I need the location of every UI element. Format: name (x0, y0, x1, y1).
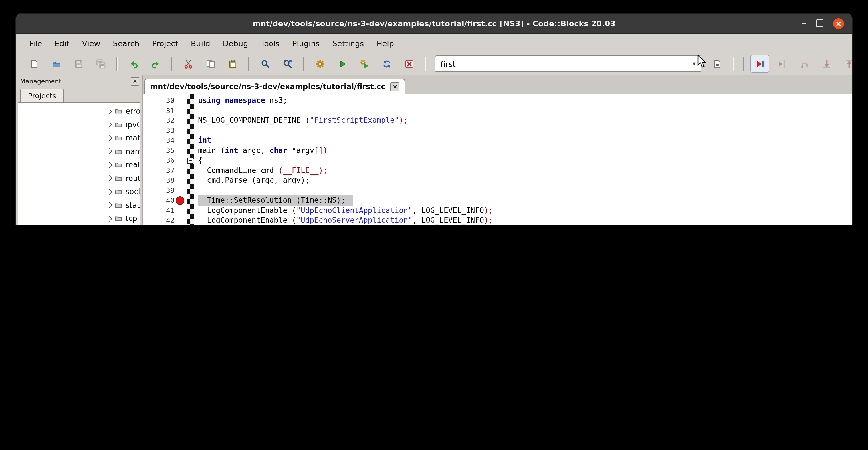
line-number: 41 (143, 205, 175, 215)
menu-tools[interactable]: Tools (254, 38, 286, 48)
code-line: NS_LOG_COMPONENT_DEFINE ("FirstScriptExa… (198, 115, 852, 125)
menu-debug[interactable]: Debug (217, 38, 254, 48)
maximize-icon (816, 19, 824, 27)
run-to-cursor-icon (778, 59, 787, 68)
fold-margin[interactable] (187, 94, 194, 225)
chevron-collapsed-icon[interactable] (106, 175, 113, 182)
chevron-collapsed-icon[interactable] (106, 135, 113, 141)
folder-icon (115, 175, 122, 182)
menu-file[interactable]: File (23, 38, 48, 48)
window-title: mnt/dev/tools/source/ns-3-dev/examples/t… (16, 14, 852, 33)
management-title: Management (20, 78, 61, 85)
save-all-button[interactable] (91, 55, 110, 72)
menu-help[interactable]: Help (370, 38, 400, 48)
tree-item-erro[interactable]: erro (18, 104, 140, 118)
management-close-button[interactable]: × (131, 77, 139, 85)
tree-item-nam[interactable]: nam (18, 145, 140, 158)
code-line: Time::SetResolution (Time::NS); (198, 195, 852, 205)
minimize-button[interactable]: – (802, 21, 806, 26)
save-button[interactable] (69, 55, 88, 72)
code-editor[interactable]: 3031323334353637383940414243444546474849… (143, 94, 852, 225)
line-number: 34 (143, 136, 175, 145)
chevron-collapsed-icon[interactable] (106, 148, 113, 155)
chevron-collapsed-icon[interactable] (106, 188, 113, 195)
folder-icon (115, 108, 122, 115)
replace-button[interactable] (278, 55, 297, 72)
run-to-cursor-button[interactable] (773, 55, 792, 72)
tree-item-stat[interactable]: stat (18, 199, 140, 212)
maximize-button[interactable] (816, 18, 824, 29)
code-line: int (198, 136, 852, 145)
toolbar-separator (733, 56, 734, 71)
compile-current-file-button[interactable] (708, 55, 726, 72)
find-button[interactable] (256, 55, 275, 72)
code-line (198, 185, 852, 195)
tree-item-sock[interactable]: sock (18, 185, 140, 199)
save-all-icon (96, 59, 105, 68)
copy-button[interactable] (201, 55, 220, 72)
tree-item-mat[interactable]: mat (18, 131, 140, 145)
folder-icon (115, 161, 122, 169)
rebuild-button[interactable] (377, 55, 396, 72)
menu-project[interactable]: Project (146, 38, 184, 48)
paste-button[interactable] (223, 55, 242, 72)
editor-tab-first-cc[interactable]: mnt/dev/tools/source/ns-3-dev/examples/t… (144, 79, 405, 94)
new-file-button[interactable] (25, 55, 43, 72)
menu-edit[interactable]: Edit (48, 38, 75, 48)
line-number-gutter: 3031323334353637383940414243444546474849… (143, 94, 176, 225)
mouse-cursor (698, 55, 710, 68)
next-line-icon (800, 59, 809, 68)
menu-build[interactable]: Build (185, 38, 217, 48)
tab-projects[interactable]: Projects (20, 89, 64, 102)
abort-icon (404, 59, 413, 68)
tree-item-ipv6[interactable]: ipv6 (18, 118, 140, 131)
breakpoint-margin[interactable] (176, 94, 187, 225)
menu-search[interactable]: Search (107, 38, 146, 48)
cut-button[interactable] (179, 55, 197, 72)
build-icon (315, 59, 324, 68)
chevron-collapsed-icon[interactable] (106, 108, 113, 115)
title-bar[interactable]: mnt/dev/tools/source/ns-3-dev/examples/t… (16, 14, 852, 34)
open-file-icon (52, 59, 61, 68)
tree-item-label: real (126, 161, 140, 169)
chevron-collapsed-icon[interactable] (106, 161, 113, 168)
find-icon (260, 59, 270, 68)
build-target-value: first (440, 59, 692, 68)
tree-item-real[interactable]: real (18, 158, 140, 172)
toolbar-separator (425, 56, 426, 71)
chevron-collapsed-icon[interactable] (106, 121, 113, 128)
menu-plugins[interactable]: Plugins (286, 38, 326, 48)
highlighted-line: Time::SetResolution (Time::NS); (198, 195, 353, 205)
chevron-collapsed-icon[interactable] (106, 215, 113, 222)
abort-build-button[interactable] (400, 55, 418, 72)
line-number: 37 (143, 165, 175, 175)
redo-button[interactable] (146, 55, 165, 72)
debug-continue-icon (755, 59, 765, 68)
menu-settings[interactable]: Settings (326, 38, 370, 48)
tree-item-label: mat (126, 134, 140, 143)
step-into-button[interactable] (817, 55, 836, 72)
menu-view[interactable]: View (76, 38, 107, 48)
close-button[interactable]: × (833, 18, 844, 29)
undo-button[interactable] (124, 55, 143, 72)
tree-item-label: stat (126, 201, 140, 210)
run-button[interactable] (333, 55, 351, 72)
editor-tab-bar: mnt/dev/tools/source/ns-3-dev/examples/t… (143, 76, 852, 94)
build-target-combo[interactable]: first▾ (435, 55, 701, 72)
open-file-button[interactable] (47, 55, 66, 72)
chevron-collapsed-icon[interactable] (106, 202, 113, 208)
tree-item-tcp[interactable]: tcp (18, 212, 140, 225)
next-line-button[interactable] (795, 55, 814, 72)
code-area[interactable]: using namespace ns3;NS_LOG_COMPONENT_DEF… (194, 94, 852, 225)
editor-tab-close-button[interactable]: × (391, 82, 400, 91)
folder-icon (115, 121, 122, 128)
line-number: 30 (143, 95, 175, 106)
toolbar-separator (116, 56, 118, 71)
step-out-button[interactable] (839, 55, 852, 72)
debug-continue-button[interactable] (750, 55, 769, 72)
build-and-run-button[interactable] (355, 55, 374, 72)
build-button[interactable] (310, 55, 329, 72)
fold-collapse-button[interactable] (187, 158, 193, 164)
breakpoint-marker[interactable] (176, 197, 184, 205)
tree-item-rout[interactable]: rout (18, 172, 140, 185)
